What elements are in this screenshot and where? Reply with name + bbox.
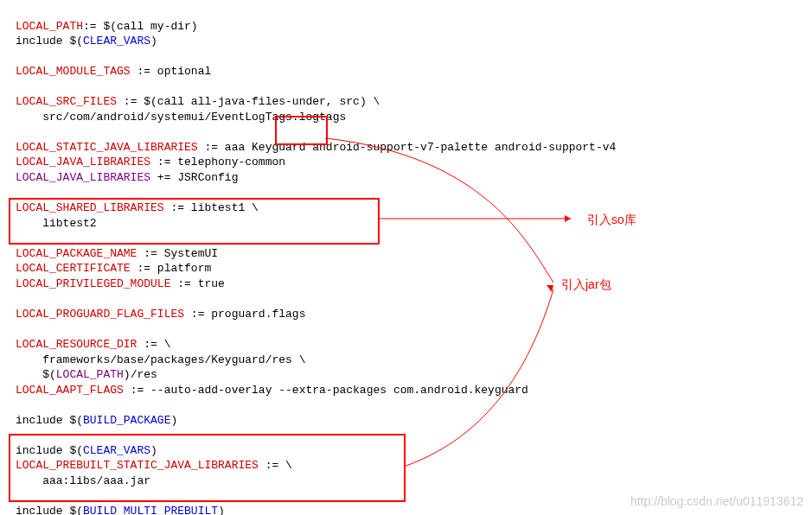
kw-java-libs1: LOCAL_JAVA_LIBRARIES — [16, 156, 150, 168]
kw-privileged: LOCAL_PRIVILEGED_MODULE — [16, 277, 170, 290]
kw-aapt-flags: LOCAL_AAPT_FLAGS — [16, 384, 124, 397]
code-block: LOCAL_PATH:= $(call my-dir) include $(CL… — [0, 0, 812, 515]
kw-local-path: LOCAL_PATH — [16, 20, 83, 33]
kw-java-libs2: LOCAL_JAVA_LIBRARIES — [16, 171, 150, 184]
kw-static-java-libs: LOCAL_STATIC_JAVA_LIBRARIES — [16, 141, 198, 154]
annotation-jar: 引入jar包 — [561, 277, 611, 293]
watermark: http://blog.csdn.net/u011913612 — [630, 493, 803, 510]
kw-shared-libs: LOCAL_SHARED_LIBRARIES — [16, 201, 164, 214]
kw-module-tags: LOCAL_MODULE_TAGS — [16, 65, 131, 78]
kw-proguard: LOCAL_PROGUARD_FLAG_FILES — [16, 308, 184, 321]
kw-prebuilt-static: LOCAL_PREBUILT_STATIC_JAVA_LIBRARIES — [16, 459, 259, 472]
annotation-so: 引入so库 — [587, 212, 636, 228]
kw-resource-dir: LOCAL_RESOURCE_DIR — [16, 338, 137, 351]
kw-package-name: LOCAL_PACKAGE_NAME — [16, 247, 137, 260]
kw-certificate: LOCAL_CERTIFICATE — [16, 262, 131, 275]
kw-src-files: LOCAL_SRC_FILES — [16, 95, 117, 108]
